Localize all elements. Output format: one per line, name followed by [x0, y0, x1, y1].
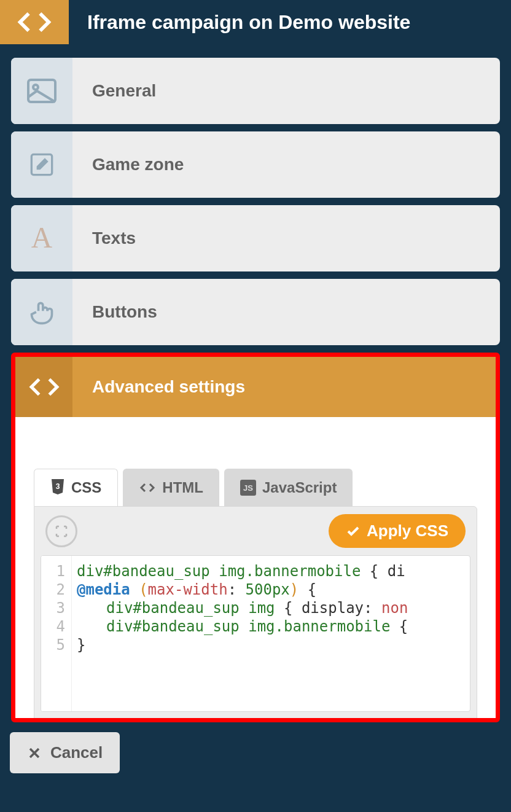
- advanced-label: Advanced settings: [72, 357, 245, 417]
- code-content[interactable]: div#bandeau_sup img.bannermobile { di@me…: [72, 556, 470, 711]
- line-numbers: 12345: [41, 556, 72, 711]
- tabs-container: 3 CSS HTML: [15, 417, 496, 722]
- editor-toolbar: Apply CSS: [34, 507, 477, 555]
- tab-css[interactable]: 3 CSS: [34, 469, 118, 506]
- accordion-label: Buttons: [72, 279, 157, 345]
- content-area: General Game zone A Texts Buttons: [0, 44, 511, 722]
- pointer-icon: [11, 279, 72, 345]
- accordion-buttons[interactable]: Buttons: [11, 279, 500, 345]
- cancel-label: Cancel: [50, 743, 103, 762]
- image-icon: [11, 58, 72, 124]
- tab-label: JavaScript: [262, 479, 337, 496]
- code-icon: [15, 357, 72, 417]
- fullscreen-button[interactable]: [45, 515, 77, 547]
- accordion-label: Game zone: [72, 131, 184, 198]
- accordion-texts[interactable]: A Texts: [11, 205, 500, 271]
- svg-point-1: [33, 85, 38, 90]
- page-title: Iframe campaign on Demo website: [87, 11, 410, 34]
- accordion-label: Texts: [72, 205, 136, 271]
- apply-css-button[interactable]: Apply CSS: [329, 514, 466, 548]
- code-icon: [139, 480, 156, 495]
- accordion-general[interactable]: General: [11, 58, 500, 124]
- accordion-advanced[interactable]: Advanced settings: [15, 357, 496, 417]
- code-icon: [0, 0, 69, 44]
- pencil-icon: [11, 131, 72, 198]
- apply-label: Apply CSS: [367, 521, 448, 541]
- svg-text:A: A: [31, 225, 53, 252]
- page-header: Iframe campaign on Demo website: [0, 0, 511, 44]
- tab-label: HTML: [162, 479, 203, 496]
- cancel-button[interactable]: Cancel: [10, 732, 120, 773]
- tab-label: CSS: [71, 479, 101, 496]
- footer: Cancel: [0, 722, 511, 783]
- css3-icon: 3: [50, 479, 65, 496]
- tab-html[interactable]: HTML: [123, 469, 219, 506]
- advanced-section-highlight: Advanced settings 3 CSS: [11, 353, 500, 722]
- tabs: 3 CSS HTML: [34, 469, 477, 506]
- tab-javascript[interactable]: JS JavaScript: [224, 469, 353, 506]
- editor-panel: Apply CSS 12345 div#bandeau_sup img.bann…: [34, 506, 477, 722]
- accordion-gamezone[interactable]: Game zone: [11, 131, 500, 198]
- svg-text:JS: JS: [243, 483, 253, 493]
- svg-text:3: 3: [56, 482, 60, 491]
- code-editor[interactable]: 12345 div#bandeau_sup img.bannermobile {…: [41, 555, 470, 712]
- js-icon: JS: [240, 480, 256, 496]
- letter-a-icon: A: [11, 205, 72, 271]
- accordion-label: General: [72, 58, 156, 124]
